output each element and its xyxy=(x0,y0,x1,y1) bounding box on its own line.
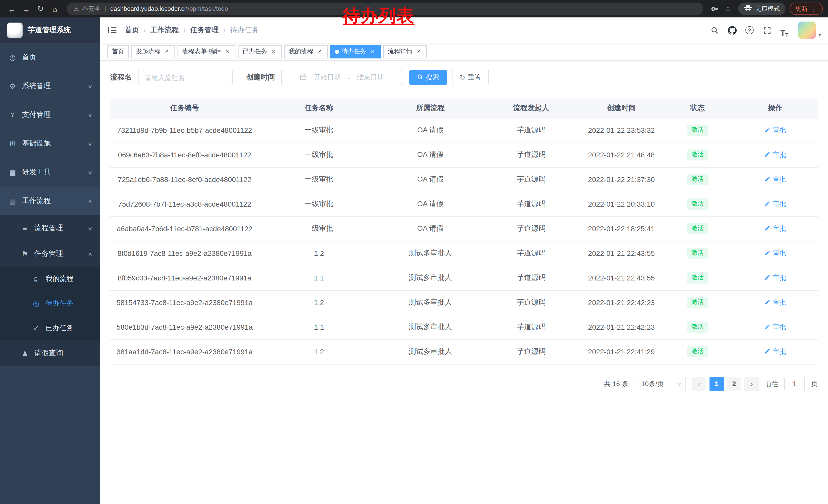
status-badge: 激活 xyxy=(687,223,708,234)
update-button[interactable]: 更新 ⋮ xyxy=(790,3,823,15)
flag-icon: ⚑ xyxy=(20,250,29,258)
audit-link[interactable]: 审批 xyxy=(764,224,786,233)
hamburger-icon[interactable] xyxy=(100,17,125,43)
cell-process: 测试多审批人 xyxy=(379,290,482,315)
browser-menu-icon[interactable]: ⋮ xyxy=(811,5,817,12)
address-bar[interactable]: ⚠ 不安全 | dashboard.yudao.iocoder.cn/bpm/t… xyxy=(67,2,703,15)
cell-task-name: 一级审批 xyxy=(259,192,379,216)
audit-link[interactable]: 审批 xyxy=(764,347,786,356)
sidebar-item-workflow[interactable]: ▤ 工作流程 ∧ xyxy=(0,187,100,215)
cell-created: 2022-01-21 22:43:55 xyxy=(581,266,662,290)
next-page-button[interactable]: › xyxy=(744,377,759,391)
tab[interactable]: 待办任务 × xyxy=(330,45,381,58)
calendar-icon xyxy=(300,73,307,82)
cell-created: 2022-01-21 22:43:55 xyxy=(581,241,662,266)
breadcrumb: 首页 / 工作流程 / 任务管理 / 待办任务 xyxy=(125,26,259,35)
font-size-icon[interactable]: TT xyxy=(777,22,792,38)
sidebar-item-todo-tasks[interactable]: ◎ 待办任务 xyxy=(0,291,100,316)
sidebar-item-infrastructure[interactable]: ⊞ 基础设施 ∨ xyxy=(0,129,100,158)
security-label[interactable]: 不安全 xyxy=(82,4,100,13)
sidebar-item-label: 研发工具 xyxy=(22,168,51,177)
tab[interactable]: 首页 × xyxy=(107,45,129,58)
star-icon[interactable]: ☆ xyxy=(722,3,734,15)
url-text: dashboard.yudao.iocoder.cn/bpm/task/todo xyxy=(110,5,228,12)
audit-link[interactable]: 审批 xyxy=(764,126,786,135)
cell-actions: 审批 xyxy=(733,315,818,339)
tab[interactable]: 流程详情 × xyxy=(383,45,427,58)
tab[interactable]: 已办任务 × xyxy=(238,45,282,58)
refresh-icon: ↻ xyxy=(460,74,465,81)
sidebar-item-task-management[interactable]: ⚑ 任务管理 ∧ xyxy=(0,241,100,267)
audit-link[interactable]: 审批 xyxy=(764,322,786,332)
person-icon: ♟ xyxy=(20,349,29,357)
tab[interactable]: 我的流程 × xyxy=(284,45,328,58)
reset-button[interactable]: ↻ 重置 xyxy=(452,70,489,85)
breadcrumb-workflow[interactable]: 工作流程 xyxy=(150,26,179,35)
sidebar-item-done-tasks[interactable]: ✓ 已办任务 xyxy=(0,316,100,340)
tab[interactable]: 发起流程 × xyxy=(131,45,175,58)
audit-link[interactable]: 审批 xyxy=(764,273,786,282)
search-icon[interactable] xyxy=(707,22,722,38)
cell-task-id: 725a1eb6-7b88-11ec-8ef0-acde48001122 xyxy=(110,167,259,192)
sidebar-item-label: 首页 xyxy=(22,53,36,62)
sidebar-item-my-process[interactable]: ☺ 我的流程 xyxy=(0,267,100,291)
tab-label: 首页 xyxy=(112,47,124,56)
close-icon[interactable]: × xyxy=(316,48,323,55)
app-logo[interactable]: 芋道管理系统 xyxy=(0,17,100,43)
sidebar-item-system[interactable]: ⚙ 系统管理 ∨ xyxy=(0,72,100,100)
sidebar-item-payment[interactable]: ¥ 支付管理 ∨ xyxy=(0,100,100,129)
eye-icon: ◎ xyxy=(32,300,41,308)
home-icon[interactable]: ⌂ xyxy=(48,2,61,15)
sidebar-item-leave-query[interactable]: ♟ 请假查询 xyxy=(0,340,100,366)
user-menu[interactable]: ▼ xyxy=(798,21,822,39)
audit-link[interactable]: 审批 xyxy=(764,249,786,258)
page-button-1[interactable]: 1 xyxy=(709,377,724,391)
page-button-2[interactable]: 2 xyxy=(727,377,741,391)
back-icon[interactable]: ← xyxy=(5,2,18,15)
fullscreen-icon[interactable] xyxy=(759,22,775,38)
cell-process: 测试多审批人 xyxy=(379,241,482,266)
status-badge: 激活 xyxy=(687,125,708,136)
breadcrumb-home[interactable]: 首页 xyxy=(125,26,139,35)
update-label: 更新 xyxy=(795,4,808,13)
close-icon[interactable]: × xyxy=(415,48,422,55)
process-name-input[interactable] xyxy=(138,70,233,85)
breadcrumb-task-management[interactable]: 任务管理 xyxy=(190,26,219,35)
sidebar-item-home[interactable]: ◷ 首页 xyxy=(0,43,100,72)
close-icon[interactable]: × xyxy=(224,48,231,55)
tab[interactable]: 流程表单-编辑 × xyxy=(177,45,236,58)
browser-chrome: ← → ↻ ⌂ ⚠ 不安全 | dashboard.yudao.iocoder.… xyxy=(0,0,828,17)
reload-icon[interactable]: ↻ xyxy=(34,2,47,15)
incognito-badge: 无痕模式 xyxy=(738,3,785,15)
audit-link[interactable]: 审批 xyxy=(764,199,786,209)
page-size-select[interactable]: 10条/页 ∨ xyxy=(634,377,686,391)
close-icon[interactable]: × xyxy=(163,48,170,55)
audit-link[interactable]: 审批 xyxy=(764,150,786,159)
sidebar-item-devtools[interactable]: ▦ 研发工具 ∨ xyxy=(0,158,100,187)
cell-status: 激活 xyxy=(662,216,733,241)
sidebar-item-process-management[interactable]: ≡ 流程管理 ∨ xyxy=(0,215,100,241)
audit-link-label: 审批 xyxy=(773,199,786,209)
search-button[interactable]: 搜索 xyxy=(409,70,447,85)
prev-page-button[interactable]: ‹ xyxy=(692,377,706,391)
app-title: 芋道管理系统 xyxy=(28,26,71,35)
key-icon[interactable] xyxy=(708,3,721,15)
workflow-icon: ▤ xyxy=(8,197,17,205)
audit-link[interactable]: 审批 xyxy=(764,298,786,307)
audit-link[interactable]: 审批 xyxy=(764,175,786,184)
col-created: 创建时间 xyxy=(581,98,662,118)
breadcrumb-separator: / xyxy=(224,26,226,34)
cell-actions: 审批 xyxy=(733,167,818,192)
date-range-picker[interactable]: 开始日期 - 结束日期 xyxy=(281,70,402,85)
close-icon[interactable]: × xyxy=(270,48,277,55)
help-icon[interactable]: ? xyxy=(742,22,757,38)
cell-initiator: 芋道源码 xyxy=(482,118,581,142)
cell-initiator: 芋道源码 xyxy=(482,290,581,315)
github-icon[interactable] xyxy=(724,22,740,38)
forward-icon[interactable]: → xyxy=(19,2,33,15)
tab-label: 流程表单-编辑 xyxy=(182,47,221,56)
close-icon[interactable]: × xyxy=(369,48,376,55)
goto-page-input[interactable] xyxy=(784,377,805,391)
total-count: 共 16 条 xyxy=(604,379,628,388)
avatar[interactable] xyxy=(798,21,816,39)
